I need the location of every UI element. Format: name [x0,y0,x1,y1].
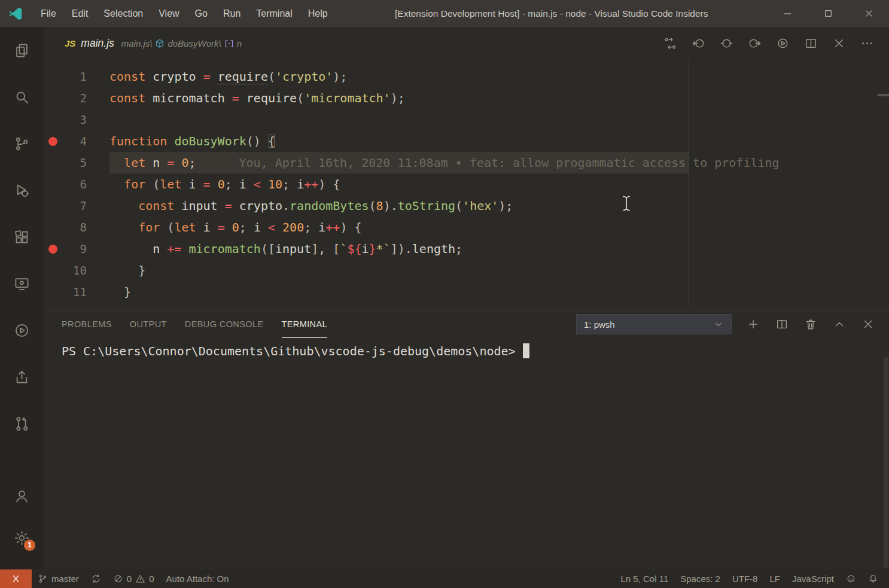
code-line[interactable]: 5 let n = 0;You, April 16th, 2020 11:08a… [44,152,889,173]
status-sync[interactable] [85,569,107,588]
code-line[interactable]: 1const crypto = require('crypto'); [44,66,889,87]
file-name[interactable]: main.js [81,37,114,50]
panel-tab-debug-console[interactable]: DEBUG CONSOLE [185,310,264,338]
activitybar-item-live-share[interactable] [0,354,44,400]
activitybar-item-source-control[interactable] [0,120,44,167]
gutter[interactable]: 3 [44,109,109,130]
panel-tab-terminal[interactable]: TERMINAL [282,310,328,338]
terminal-dropdown[interactable]: 1: pwsh [576,314,732,334]
activitybar-item-account[interactable] [0,475,44,517]
status-feedback[interactable] [840,569,862,588]
code-editor[interactable]: 1const crypto = require('crypto');2const… [44,60,889,310]
menu-item-view[interactable]: View [151,0,187,27]
breakpoint-gutter[interactable] [44,173,62,195]
close-panel-button[interactable] [858,314,878,334]
breakpoint-gutter[interactable] [44,87,62,109]
reverse-continue-button[interactable] [716,33,736,54]
status-indentation[interactable]: Spaces: 2 [674,569,726,588]
more-actions-icon [860,36,874,50]
code-line[interactable]: 3 [44,109,889,130]
activitybar-item-extensions[interactable] [0,214,44,260]
gutter[interactable]: 2 [44,87,109,109]
status-notifications[interactable] [862,569,884,588]
breakpoint-gutter[interactable] [44,130,62,152]
gutter[interactable]: 8 [44,217,109,238]
status-git-branch[interactable]: master [32,569,85,588]
menu-item-edit[interactable]: Edit [64,0,96,27]
editor-scrollbar-marker[interactable] [878,94,889,96]
status-remote-indicator[interactable] [0,569,32,588]
compare-changes-button[interactable] [660,33,680,54]
code-line[interactable]: 6 for (let i = 0; i < 10; i++) { [44,173,889,195]
terminal-scrollbar[interactable] [884,357,888,568]
menu-item-go[interactable]: Go [187,0,215,27]
terminal[interactable]: PS C:\Users\Connor\Documents\Github\vsco… [44,338,889,358]
status-cursor-position[interactable]: Ln 5, Col 11 [614,569,674,588]
breadcrumb-item-0[interactable]: main.js\ [121,38,153,48]
gutter[interactable]: 6 [44,173,109,195]
step-forward-button[interactable] [744,33,765,54]
status-git-branch-label: master [51,574,79,584]
activitybar-item-github-pull-requests[interactable] [0,400,44,447]
close-editor-button[interactable] [829,33,849,54]
code-line[interactable]: 9 n += micromatch([input], [`${i}*`]).le… [44,238,889,260]
breakpoint-gutter[interactable] [44,238,62,260]
gutter[interactable]: 7 [44,195,109,217]
activitybar-item-run-debug[interactable] [0,167,44,214]
status-auto-attach[interactable]: Auto Attach: On [160,569,235,588]
panel-tab-problems[interactable]: PROBLEMS [62,310,112,338]
maximize-panel-button[interactable] [829,314,850,334]
code-line[interactable]: 10 } [44,260,889,281]
step-back-button[interactable] [688,33,708,54]
symbol-function-icon [154,38,165,49]
new-terminal-button[interactable] [743,314,763,334]
more-actions-button[interactable] [857,33,877,54]
breakpoint-gutter[interactable] [44,109,62,130]
run-button[interactable] [772,33,793,54]
panel-tab-output[interactable]: OUTPUT [130,310,167,338]
activitybar-item-explorer[interactable] [0,27,44,74]
gutter[interactable]: 1 [44,66,109,87]
activitybar-item-search[interactable] [0,74,44,120]
minimize-button[interactable] [767,0,808,27]
activitybar-item-settings[interactable]: 1 [0,517,44,559]
code-line[interactable]: 8 for (let i = 0; i < 200; i++) { [44,217,889,238]
activitybar-item-remote-explorer[interactable] [0,260,44,307]
gutter[interactable]: 5 [44,152,109,173]
status-eol[interactable]: LF [763,569,786,588]
code-line[interactable]: 2const micromatch = require('micromatch'… [44,87,889,109]
menu-item-terminal[interactable]: Terminal [248,0,300,27]
status-encoding[interactable]: UTF-8 [726,569,764,588]
status-problems[interactable]: 00 [107,569,160,588]
gutter[interactable]: 10 [44,260,109,281]
gutter[interactable]: 11 [44,281,109,303]
maximize-button[interactable] [808,0,848,27]
code-line[interactable]: 11 } [44,281,889,303]
sync-icon [91,574,101,584]
breadcrumb-item-1[interactable]: doBusyWork\ [154,38,221,49]
breakpoint-gutter[interactable] [44,217,62,238]
menu-item-run[interactable]: Run [215,0,248,27]
code-line[interactable]: 4function doBusyWork() { [44,130,889,152]
gutter[interactable]: 9 [44,238,109,260]
line-number: 11 [62,281,87,303]
close-window-button[interactable] [848,0,889,27]
breadcrumb-item-2[interactable]: n [224,38,242,49]
gutter[interactable]: 4 [44,130,109,152]
menu-item-selection[interactable]: Selection [96,0,151,27]
split-editor-button[interactable] [800,33,821,54]
code-line[interactable]: 7 const input = crypto.randomBytes(8).to… [44,195,889,217]
status-language[interactable]: JavaScript [786,569,840,588]
breakpoint-gutter[interactable] [44,152,62,173]
split-terminal-button[interactable] [772,314,792,334]
kill-terminal-button[interactable] [800,314,821,334]
breakpoint-icon[interactable] [48,245,57,254]
breakpoint-icon[interactable] [48,137,57,146]
breakpoint-gutter[interactable] [44,195,62,217]
breakpoint-gutter[interactable] [44,66,62,87]
menu-item-help[interactable]: Help [300,0,336,27]
breakpoint-gutter[interactable] [44,281,62,303]
breakpoint-gutter[interactable] [44,260,62,281]
activitybar-item-test-explorer[interactable] [0,307,44,354]
menu-item-file[interactable]: File [33,0,64,27]
